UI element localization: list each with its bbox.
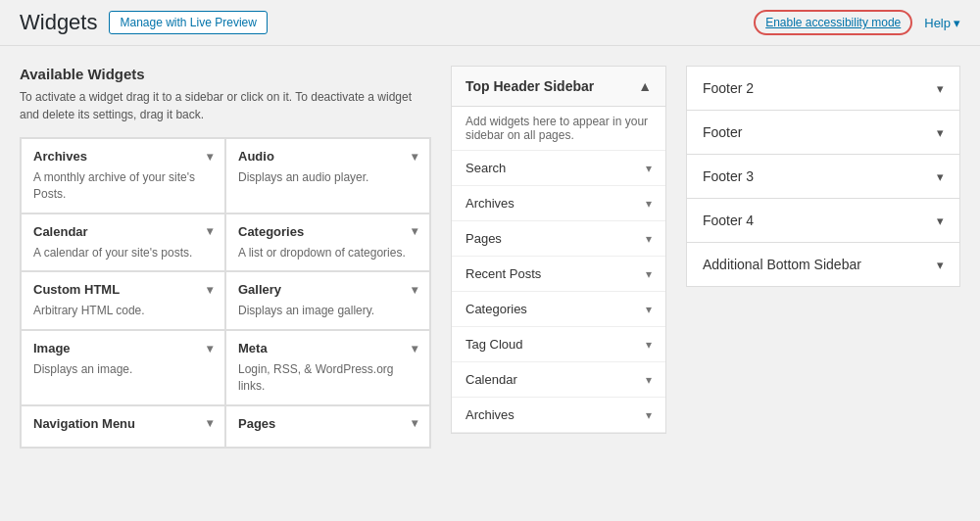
widget-image-desc: Displays an image.: [33, 361, 213, 378]
widget-slot-categories-label: Categories: [466, 302, 527, 316]
widget-slot-calendar-chevron-icon: ▾: [646, 373, 652, 387]
footer-3-label: Footer 3: [703, 168, 754, 184]
widget-gallery-label: Gallery: [238, 282, 281, 297]
widget-slot-tag-cloud[interactable]: Tag Cloud ▾: [452, 327, 665, 362]
widget-slot-calendar-label: Calendar: [466, 372, 517, 387]
widget-slot-tag-cloud-label: Tag Cloud: [466, 337, 523, 352]
footer-3-item[interactable]: Footer 3 ▾: [686, 154, 960, 199]
live-preview-button[interactable]: Manage with Live Preview: [109, 11, 267, 34]
widget-slot-archives-2-label: Archives: [466, 407, 514, 422]
footer-item[interactable]: Footer ▾: [686, 110, 960, 155]
top-header-sidebar-header[interactable]: Top Header Sidebar ▲: [452, 67, 665, 107]
widget-categories-desc: A list or dropdown of categories.: [238, 245, 417, 261]
widget-meta-label: Meta: [238, 341, 268, 355]
top-header-sidebar-panel: Top Header Sidebar ▲ Add widgets here to…: [451, 66, 666, 434]
widget-item-meta[interactable]: Meta ▾ Login, RSS, & WordPress.org links…: [225, 330, 430, 405]
widget-slot-archives-chevron-icon: ▾: [646, 197, 652, 211]
top-header-sidebar-title: Top Header Sidebar: [466, 78, 594, 94]
widget-audio-desc: Displays an audio player.: [238, 169, 417, 186]
widget-item-gallery[interactable]: Gallery ▾ Displays an image gallery.: [225, 271, 430, 330]
widget-slot-archives-2-chevron-icon: ▾: [646, 408, 652, 422]
additional-bottom-sidebar-chevron-icon: ▾: [937, 258, 944, 272]
widget-slot-recent-posts-label: Recent Posts: [466, 266, 541, 281]
widget-meta-desc: Login, RSS, & WordPress.org links.: [238, 361, 417, 395]
help-link[interactable]: Help ▾: [924, 16, 960, 30]
additional-bottom-sidebar-label: Additional Bottom Sidebar: [703, 257, 861, 272]
footer-4-label: Footer 4: [703, 213, 754, 228]
footer-2-item[interactable]: Footer 2 ▾: [686, 66, 960, 111]
widget-item-categories[interactable]: Categories ▾ A list or dropdown of categ…: [225, 213, 430, 272]
widget-calendar-chevron-icon: ▾: [207, 224, 213, 238]
widget-slot-pages-label: Pages: [466, 231, 502, 246]
footer-label: Footer: [703, 124, 742, 140]
footer-chevron-icon: ▾: [937, 125, 944, 140]
top-bar-left: Widgets Manage with Live Preview: [20, 10, 268, 35]
widget-slot-search[interactable]: Search ▾: [452, 151, 665, 186]
footer-3-chevron-icon: ▾: [937, 169, 944, 184]
widget-grid: Archives ▾ A monthly archive of your sit…: [20, 137, 431, 449]
widget-slot-search-label: Search: [466, 161, 506, 175]
widget-item-archives[interactable]: Archives ▾ A monthly archive of your sit…: [21, 138, 225, 213]
top-header-sidebar-desc: Add widgets here to appear in your sideb…: [452, 107, 665, 151]
available-widgets-panel: Available Widgets To activate a widget d…: [20, 66, 431, 494]
widget-nav-menu-label: Navigation Menu: [33, 416, 135, 431]
widget-gallery-chevron-icon: ▾: [412, 283, 417, 297]
widget-item-audio[interactable]: Audio ▾ Displays an audio player.: [225, 138, 430, 213]
footer-4-chevron-icon: ▾: [937, 213, 944, 228]
widget-custom-html-desc: Arbitrary HTML code.: [33, 303, 213, 319]
top-header-sidebar-chevron-icon: ▲: [638, 78, 652, 94]
footer-2-chevron-icon: ▾: [937, 81, 944, 96]
right-column: Footer 2 ▾ Footer ▾ Footer 3 ▾ Footer 4 …: [686, 66, 960, 494]
widget-slot-recent-posts-chevron-icon: ▾: [646, 267, 652, 281]
widget-categories-chevron-icon: ▾: [412, 224, 417, 238]
widget-slot-recent-posts[interactable]: Recent Posts ▾: [452, 257, 665, 292]
accessibility-mode-button[interactable]: Enable accessibility mode: [754, 10, 912, 35]
footer-2-label: Footer 2: [703, 80, 754, 96]
top-bar-right: Enable accessibility mode Help ▾: [754, 10, 960, 35]
top-bar: Widgets Manage with Live Preview Enable …: [0, 0, 980, 46]
widget-item-nav-menu[interactable]: Navigation Menu ▾: [21, 405, 225, 448]
widget-custom-html-chevron-icon: ▾: [207, 283, 213, 297]
widget-archives-chevron-icon: ▾: [207, 150, 213, 164]
footer-4-item[interactable]: Footer 4 ▾: [686, 198, 960, 243]
widget-item-calendar[interactable]: Calendar ▾ A calendar of your site's pos…: [21, 213, 225, 272]
widget-categories-label: Categories: [238, 224, 304, 239]
main-content: Available Widgets To activate a widget d…: [0, 46, 980, 513]
widget-item-image[interactable]: Image ▾ Displays an image.: [21, 330, 225, 405]
widget-slot-archives-2[interactable]: Archives ▾: [452, 398, 665, 433]
widget-audio-chevron-icon: ▾: [412, 150, 417, 164]
widget-slot-categories[interactable]: Categories ▾: [452, 292, 665, 327]
page-title: Widgets: [20, 10, 97, 35]
widget-archives-label: Archives: [33, 149, 87, 164]
available-widgets-description: To activate a widget drag it to a sideba…: [20, 88, 431, 123]
help-chevron-icon: ▾: [954, 16, 960, 30]
widget-image-chevron-icon: ▾: [207, 342, 213, 355]
widget-pages-chevron-icon: ▾: [412, 416, 417, 430]
widget-calendar-label: Calendar: [33, 224, 88, 239]
widget-slot-calendar[interactable]: Calendar ▾: [452, 362, 665, 398]
widget-slot-categories-chevron-icon: ▾: [646, 303, 652, 316]
widget-slot-tag-cloud-chevron-icon: ▾: [646, 338, 652, 352]
widget-item-pages[interactable]: Pages ▾: [225, 405, 430, 448]
widget-calendar-desc: A calendar of your site's posts.: [33, 245, 213, 261]
widget-custom-html-label: Custom HTML: [33, 282, 120, 297]
widget-image-label: Image: [33, 341, 71, 355]
widget-nav-menu-chevron-icon: ▾: [207, 416, 213, 430]
widget-slot-archives-label: Archives: [466, 196, 514, 211]
widget-gallery-desc: Displays an image gallery.: [238, 303, 417, 319]
widget-archives-desc: A monthly archive of your site's Posts.: [33, 169, 213, 203]
widget-slot-pages[interactable]: Pages ▾: [452, 221, 665, 257]
widget-audio-label: Audio: [238, 149, 274, 164]
widget-slot-archives[interactable]: Archives ▾: [452, 186, 665, 221]
additional-bottom-sidebar-item[interactable]: Additional Bottom Sidebar ▾: [686, 242, 960, 287]
available-widgets-title: Available Widgets: [20, 66, 431, 82]
sidebars-column: Top Header Sidebar ▲ Add widgets here to…: [451, 66, 666, 494]
widget-slot-pages-chevron-icon: ▾: [646, 232, 652, 246]
widget-item-custom-html[interactable]: Custom HTML ▾ Arbitrary HTML code.: [21, 271, 225, 330]
widget-slot-search-chevron-icon: ▾: [646, 162, 652, 175]
widget-meta-chevron-icon: ▾: [412, 342, 417, 355]
help-label: Help: [924, 16, 951, 30]
widget-pages-label: Pages: [238, 416, 275, 431]
